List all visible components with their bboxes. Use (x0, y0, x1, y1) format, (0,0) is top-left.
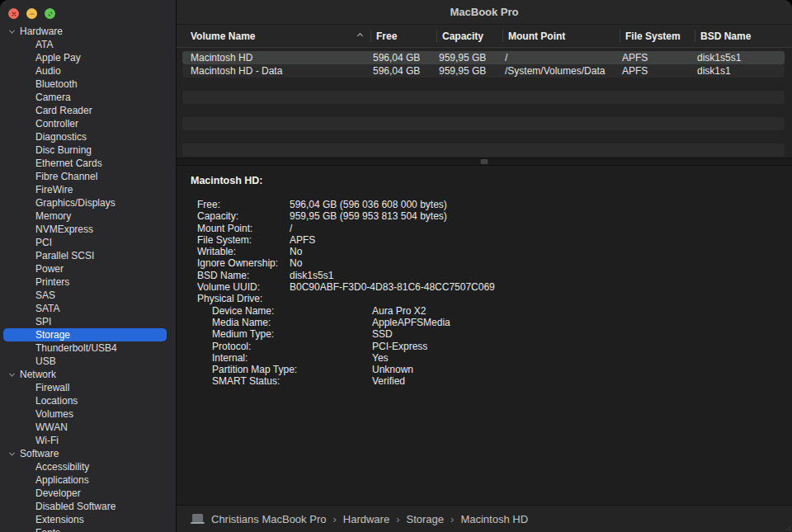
sidebar-item-fibre-channel[interactable]: Fibre Channel (0, 170, 176, 183)
splitter-handle-icon[interactable] (481, 159, 488, 164)
table-row-empty[interactable] (182, 130, 785, 144)
sidebar-item-memory[interactable]: Memory (0, 210, 176, 223)
detail-value: Unknown (372, 364, 413, 375)
table-row-empty[interactable] (182, 104, 785, 117)
column-header-volume-name[interactable]: Volume Name (185, 30, 370, 42)
detail-row: Partition Map Type:Unknown (191, 364, 792, 375)
sidebar-item-volumes[interactable]: Volumes (0, 407, 176, 421)
sidebar-item-usb[interactable]: USB (0, 355, 176, 368)
breadcrumb-item[interactable]: Storage (407, 513, 445, 525)
sidebar-item-firewall[interactable]: Firewall (0, 381, 176, 394)
sidebar-item-wwan[interactable]: WWAN (0, 421, 176, 434)
sidebar-item-controller[interactable]: Controller (0, 117, 176, 130)
detail-value: 959,95 GB (959 953 813 504 bytes) (290, 210, 447, 222)
column-header-free[interactable]: Free (370, 30, 436, 42)
sidebar-item-bluetooth[interactable]: Bluetooth (0, 78, 176, 91)
table-row[interactable]: Macintosh HD596,04 GB959,95 GB/APFSdisk1… (182, 51, 785, 64)
volume-table: Macintosh HD596,04 GB959,95 GB/APFSdisk1… (177, 48, 792, 158)
minimize-button-icon[interactable] (26, 8, 37, 19)
column-header-capacity[interactable]: Capacity (436, 30, 502, 42)
sidebar-item-parallel-scsi[interactable]: Parallel SCSI (0, 249, 176, 262)
detail-label: Physical Drive: (197, 293, 290, 304)
sidebar-item-applications[interactable]: Applications (0, 473, 176, 487)
close-button-icon[interactable] (8, 8, 19, 19)
sidebar-item-developer[interactable]: Developer (0, 487, 176, 500)
sidebar-item-label: Wi-Fi (35, 435, 59, 446)
breadcrumb-item[interactable]: Hardware (343, 513, 389, 525)
sidebar-item-disabled-software[interactable]: Disabled Software (0, 500, 176, 513)
table-row-empty[interactable] (182, 78, 785, 91)
sidebar-item-thunderbolt-usb4[interactable]: Thunderbolt/USB4 (0, 341, 176, 355)
sidebar-section-software[interactable]: Software (0, 447, 176, 460)
breadcrumb: Christians MacBook Pro›Hardware›Storage›… (177, 505, 792, 532)
sidebar-item-wi-fi[interactable]: Wi-Fi (0, 434, 176, 447)
resize-grip-icon[interactable] (783, 523, 791, 531)
sidebar-item-label: Bluetooth (35, 78, 78, 90)
table-row-empty[interactable] (182, 91, 785, 104)
sidebar-item-sas[interactable]: SAS (0, 289, 176, 302)
sidebar-item-power[interactable]: Power (0, 262, 176, 275)
detail-row: Volume UUID:B0C90ABF-F3D0-4D83-81C6-48CC… (191, 281, 792, 293)
column-header-label: BSD Name (695, 31, 751, 42)
detail-label: File System: (197, 234, 290, 246)
detail-label: Mount Point: (197, 223, 290, 234)
sidebar-section-label: Network (20, 369, 56, 380)
breadcrumb-item[interactable]: Christians MacBook Pro (211, 513, 326, 525)
detail-label: SMART Status: (212, 375, 372, 387)
sidebar-item-label: Fonts (35, 527, 60, 532)
sidebar-item-ethernet-cards[interactable]: Ethernet Cards (0, 157, 176, 170)
sidebar-item-firewire[interactable]: FireWire (0, 183, 176, 196)
table-cell: 596,04 GB (368, 65, 434, 77)
table-row-empty[interactable] (182, 144, 785, 157)
zoom-button-icon[interactable] (45, 8, 55, 19)
title-bar[interactable]: MacBook Pro (177, 0, 792, 25)
sidebar-item-apple-pay[interactable]: Apple Pay (0, 51, 176, 64)
sidebar-item-locations[interactable]: Locations (0, 394, 176, 407)
sidebar-item-disc-burning[interactable]: Disc Burning (0, 144, 176, 157)
column-header-file-system[interactable]: File System (620, 30, 695, 42)
sidebar-item-nvmexpress[interactable]: NVMExpress (0, 223, 176, 236)
sidebar-item-label: ATA (35, 39, 54, 50)
sidebar-item-label: Audio (35, 65, 61, 77)
sidebar-item-camera[interactable]: Camera (0, 91, 176, 104)
detail-row: Medium Type:SSD (191, 328, 792, 340)
detail-value: / (290, 223, 292, 234)
sidebar-item-label: Thunderbolt/USB4 (35, 342, 117, 354)
pane-splitter[interactable] (177, 158, 792, 166)
table-header: Volume NameFreeCapacityMount PointFile S… (177, 25, 792, 48)
sidebar-item-label: Extensions (35, 514, 84, 525)
sidebar-item-storage[interactable]: Storage (3, 328, 167, 341)
table-row[interactable]: Macintosh HD - Data596,04 GB959,95 GB/Sy… (182, 64, 785, 78)
sidebar-item-label: Disc Burning (35, 144, 92, 156)
macbook-icon (191, 514, 205, 524)
sidebar-section-hardware[interactable]: Hardware (0, 25, 176, 38)
breadcrumb-item[interactable]: Macintosh HD (460, 513, 528, 525)
detail-row: SMART Status:Verified (191, 375, 792, 387)
detail-value: No (290, 246, 302, 257)
sidebar-item-spi[interactable]: SPI (0, 315, 176, 328)
detail-label: Media Name: (212, 317, 372, 328)
sidebar-item-sata[interactable]: SATA (0, 302, 176, 315)
sidebar-item-printers[interactable]: Printers (0, 275, 176, 289)
sidebar-item-fonts[interactable]: Fonts (0, 526, 176, 532)
sidebar-item-graphics-displays[interactable]: Graphics/Displays (0, 196, 176, 210)
system-information-window: HardwareATAApple PayAudioBluetoothCamera… (0, 0, 792, 532)
sidebar-item-ata[interactable]: ATA (0, 38, 176, 51)
sidebar-item-pci[interactable]: PCI (0, 236, 176, 249)
column-header-bsd-name[interactable]: BSD Name (695, 30, 792, 42)
column-header-mount-point[interactable]: Mount Point (502, 30, 620, 42)
sidebar-item-accessibility[interactable]: Accessibility (0, 460, 176, 473)
traffic-lights (8, 8, 55, 19)
detail-label: Free: (197, 199, 290, 210)
detail-label: Capacity: (197, 210, 290, 222)
sidebar-item-audio[interactable]: Audio (0, 64, 176, 78)
table-cell: / (500, 52, 617, 64)
sidebar-item-extensions[interactable]: Extensions (0, 513, 176, 526)
sidebar-item-label: Applications (35, 474, 89, 486)
sidebar-item-diagnostics[interactable]: Diagnostics (0, 130, 176, 144)
table-row-empty[interactable] (182, 117, 785, 130)
detail-label: Protocol: (212, 341, 372, 352)
sidebar-item-label: Firewall (35, 382, 69, 393)
sidebar-item-card-reader[interactable]: Card Reader (0, 104, 176, 117)
sidebar-section-network[interactable]: Network (0, 368, 176, 381)
